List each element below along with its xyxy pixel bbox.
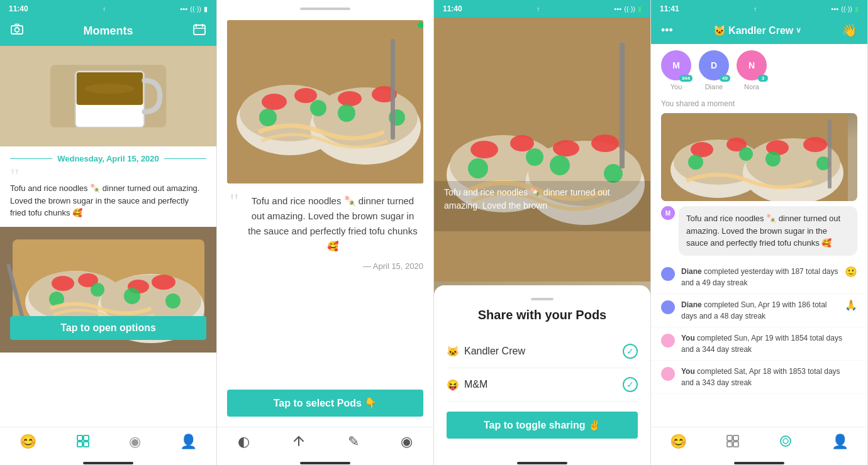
divider-line-right <box>164 158 206 159</box>
svg-rect-81 <box>733 442 738 447</box>
svg-point-75 <box>765 151 781 167</box>
status-icons-3: ▪▪▪ ((·)) ▮ <box>615 5 642 13</box>
signal-icon: ▪▪▪ <box>181 5 188 13</box>
chat-tab-spiral[interactable] <box>778 434 793 452</box>
moments-title: Moments <box>83 25 133 38</box>
svg-rect-0 <box>11 26 23 34</box>
activity-dot-3 <box>661 367 675 381</box>
member-name-diane: Diane <box>705 83 723 90</box>
activity-dot-2 <box>661 334 675 347</box>
wifi-icon-3: ((·)) <box>624 5 635 13</box>
home-indicator-1 <box>0 461 216 465</box>
chat-tab-profile[interactable]: 👤 <box>832 434 849 452</box>
chat-tab-grid[interactable] <box>725 434 740 452</box>
panel-journal: " Tofu and rice noodles 🍡 dinner turned … <box>217 0 434 465</box>
tap-toggle-sharing-button[interactable]: Tap to toggle sharing ✌️ <box>447 412 638 439</box>
avatar-you[interactable]: M 344 <box>661 50 691 80</box>
svg-point-17 <box>52 276 74 291</box>
share-food-caption: Tofu and rice noodles 🍡 dinner turned ou… <box>444 186 640 212</box>
food-image-container-1[interactable]: Tap to open options <box>0 227 216 353</box>
journal-spiral-icon[interactable]: ◉ <box>401 434 413 452</box>
status-time-1: 11:40 <box>9 4 28 13</box>
activity-item-0: Diane completed yesterday with 187 total… <box>651 261 867 294</box>
location-icon: ↑ <box>103 5 106 13</box>
activity-item-3: You completed Sat, Apr 18 with 1853 tota… <box>651 361 867 394</box>
chat-menu-button[interactable]: ••• <box>661 24 673 37</box>
pod-emoji-1: 🐱 <box>447 346 459 358</box>
panel-share: 11:40 ↑ ▪▪▪ ((·)) ▮ <box>434 0 651 465</box>
battery-icon-3: ▮ <box>638 5 642 13</box>
tap-open-options-overlay[interactable]: Tap to open options <box>10 316 206 340</box>
journal-send-icon[interactable] <box>291 434 306 452</box>
moments-calendar-icon[interactable] <box>192 23 206 40</box>
quote-container: " Tofu and rice noodles 🍡 dinner turned … <box>0 171 216 227</box>
activity-dot-0 <box>661 267 675 281</box>
status-time-4: 11:41 <box>660 4 679 13</box>
food-svg-2 <box>227 20 423 183</box>
chevron-down-icon[interactable]: ∨ <box>796 26 801 35</box>
tap-select-pods-button[interactable]: Tap to select Pods 👇 <box>227 390 423 417</box>
svg-point-74 <box>739 147 753 161</box>
pod-item-1[interactable]: 🐱 Kandler Crew ✓ <box>447 335 638 368</box>
modal-drag-area <box>447 298 638 300</box>
pod-name-2: 😝 M&M <box>447 379 487 391</box>
activity-text-2: You completed Sun, Apr 19 with 1854 tota… <box>681 332 851 355</box>
journal-inner: " Tofu and rice noodles 🍡 dinner turned … <box>217 10 433 281</box>
tab-bar-4: 😊 👤 <box>651 427 867 461</box>
share-title: Share with your Pods <box>447 308 638 322</box>
chat-content: You shared a moment <box>651 97 867 427</box>
share-background: Tofu and rice noodles 🍡 dinner turned ou… <box>434 18 650 461</box>
moments-content: Wednesday, April 15, 2020 " Tofu and ric… <box>0 46 216 427</box>
pod-label-2: M&M <box>464 379 487 390</box>
chat-members-row: M 344 You D 49 Diane N 3 Nora <box>651 44 867 97</box>
status-bar-4: 11:41 ↑ ▪▪▪ ((·)) ▮ <box>651 0 867 18</box>
tab-moments-icon[interactable] <box>75 434 91 452</box>
pod-label-1: Kandler Crew <box>464 346 525 357</box>
journal-food-image <box>227 20 423 183</box>
activity-item-2: You completed Sun, Apr 19 with 1854 tota… <box>651 327 867 361</box>
modal-drag-handle[interactable] <box>531 298 554 300</box>
svg-rect-61 <box>620 43 625 168</box>
svg-rect-29 <box>84 442 89 447</box>
pod-check-1[interactable]: ✓ <box>623 344 638 359</box>
location-icon-3: ↑ <box>537 5 540 13</box>
svg-point-58 <box>526 148 543 166</box>
tab-profile-icon[interactable]: 👤 <box>180 434 197 452</box>
food-image-1: Tap to open options <box>0 227 216 353</box>
svg-point-23 <box>124 288 140 304</box>
svg-point-53 <box>470 141 498 158</box>
journal-content: " Tofu and rice noodles 🍡 dinner turned … <box>217 10 433 380</box>
pod-check-2[interactable]: ✓ <box>623 377 638 392</box>
journal-tab-bar: ◐ ✎ ◉ <box>217 427 433 461</box>
quote-mark: " <box>10 171 206 182</box>
avatar-diane[interactable]: D 49 <box>699 50 729 80</box>
battery-icon-4: ▮ <box>855 5 859 13</box>
tab-emoji-icon[interactable]: 😊 <box>19 434 36 452</box>
chat-wave-button[interactable]: 👋 <box>842 23 857 38</box>
svg-point-59 <box>550 155 570 175</box>
divider-line-left <box>10 158 52 159</box>
moments-photo-icon[interactable] <box>10 23 24 40</box>
avatar-nora[interactable]: N 3 <box>737 50 767 80</box>
tab-spiral-icon[interactable]: ◉ <box>129 434 141 452</box>
chat-message-container: M Tofu and rice noodles 🍡 dinner turned … <box>679 206 857 256</box>
svg-point-54 <box>510 135 534 151</box>
journal-quote-mark: " <box>230 189 239 215</box>
share-modal: Share with your Pods 🐱 Kandler Crew ✓ 😝 … <box>434 285 650 461</box>
svg-rect-28 <box>77 442 82 447</box>
avatar-initial-you: M <box>672 60 680 70</box>
home-indicator-2 <box>217 461 433 465</box>
chat-tab-emoji[interactable]: 😊 <box>670 434 687 452</box>
pod-item-2[interactable]: 😝 M&M ✓ <box>447 368 638 402</box>
moments-header: Moments <box>0 18 216 46</box>
journal-edit-icon[interactable]: ✎ <box>348 434 359 452</box>
signal-icon-4: ▪▪▪ <box>832 5 839 13</box>
activity-emoji-1: 🙏 <box>845 299 857 311</box>
avatar-badge-nora: 3 <box>758 75 768 82</box>
svg-point-38 <box>338 91 362 106</box>
activity-item-1: Diane completed Sun, Apr 19 with 186 tot… <box>651 294 867 327</box>
coffee-cup-image <box>0 46 216 146</box>
journal-contrast-icon[interactable]: ◐ <box>238 434 250 452</box>
chat-food-image[interactable] <box>661 113 857 201</box>
member-nora: N 3 Nora <box>737 50 767 90</box>
